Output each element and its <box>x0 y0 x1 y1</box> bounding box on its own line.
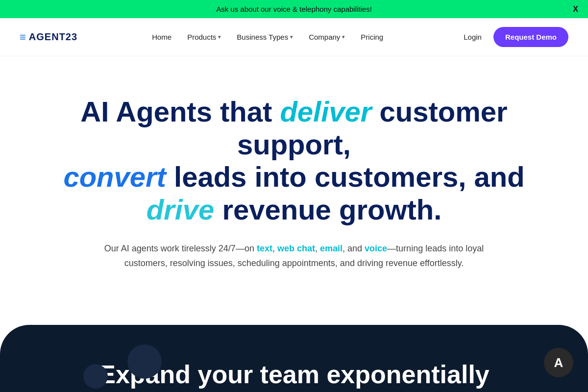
hero-line1: AI Agents that deliver customer support, <box>80 96 507 160</box>
logo-icon: ≡ <box>20 31 26 44</box>
banner-close-button[interactable]: X <box>573 5 578 14</box>
chevron-down-icon: ▾ <box>218 34 221 40</box>
nav-link-pricing[interactable]: Pricing <box>355 29 389 45</box>
hero-headline: AI Agents that deliver customer support,… <box>49 96 539 226</box>
nav-link-business-types[interactable]: Business Types ▾ <box>231 29 299 45</box>
top-banner: Ask us about our voice & telephony capab… <box>0 0 588 18</box>
hero-section: AI Agents that deliver customer support,… <box>0 56 588 325</box>
nav-links: Home Products ▾ Business Types ▾ Company… <box>146 29 389 45</box>
nav-item-home: Home <box>146 29 177 45</box>
navbar: ≡ AGENT23 Home Products ▾ Business Types… <box>0 18 588 56</box>
nav-link-products[interactable]: Products ▾ <box>181 29 227 45</box>
chevron-down-icon: ▾ <box>342 34 345 40</box>
email-highlight: email <box>320 244 343 253</box>
logo-text: AGENT23 <box>29 31 77 43</box>
nav-item-business-types: Business Types ▾ <box>231 29 299 45</box>
hero-line3: drive revenue growth. <box>147 194 442 225</box>
nav-item-pricing: Pricing <box>355 29 389 45</box>
hero-line2: convert leads into customers, and <box>63 161 524 193</box>
chevron-down-icon: ▾ <box>290 34 293 40</box>
nav-item-products: Products ▾ <box>181 29 227 45</box>
convert-highlight: convert <box>63 161 166 193</box>
dark-section: Expand your team exponentially with our … <box>0 325 588 392</box>
nav-link-home[interactable]: Home <box>146 29 177 45</box>
request-demo-button[interactable]: Request Demo <box>493 27 568 47</box>
webchat-highlight: web chat <box>277 244 315 253</box>
nav-item-company: Company ▾ <box>303 29 351 45</box>
nav-link-company[interactable]: Company ▾ <box>303 29 351 45</box>
text-highlight: text <box>257 244 272 253</box>
hero-subtext: Our AI agents work tirelessly 24/7—on te… <box>103 241 485 271</box>
circle-decor-1 <box>127 344 162 379</box>
nav-link-login[interactable]: Login <box>458 29 488 45</box>
banner-text: Ask us about our voice & telephony capab… <box>216 5 372 13</box>
avatar-button[interactable]: A <box>544 348 573 377</box>
voice-highlight: voice <box>365 244 387 253</box>
nav-right: Login Request Demo <box>458 27 568 47</box>
avatar-letter: A <box>554 355 564 370</box>
drive-highlight: drive <box>147 194 215 225</box>
circle-decor-2 <box>83 364 108 389</box>
deliver-highlight: deliver <box>280 96 371 127</box>
logo-link[interactable]: ≡ AGENT23 <box>20 31 77 44</box>
